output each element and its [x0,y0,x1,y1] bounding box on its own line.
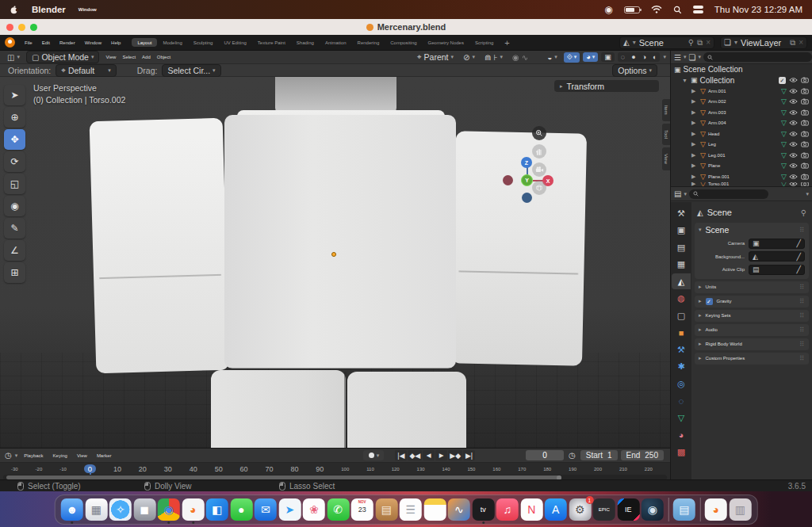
properties-tab[interactable]: ■ [672,325,691,341]
property-value-field[interactable]: ▣ ╱ [749,239,805,249]
properties-editor-icon[interactable]: ▤ [674,189,681,198]
tool-button[interactable]: ◱ [4,174,25,194]
properties-tab[interactable]: ▦ [672,257,691,273]
collapsed-panel[interactable]: ▸ ✓ Keying Sets ⠿ [695,310,809,322]
contacts[interactable]: ▤ [375,498,397,521]
options-dropdown[interactable]: Options▾ [612,64,657,77]
camera-view-icon[interactable] [532,162,546,177]
workspace-tab[interactable]: Scripting [469,38,499,47]
disclosure-icon[interactable]: ▶ [691,109,698,116]
scene-selector[interactable]: ◭▾ Scene ⚲ ⧉ × [619,36,714,49]
character-left-leg[interactable] [211,370,346,448]
workspace-tab[interactable]: Modeling [157,38,187,47]
steam[interactable]: ◉ [642,498,664,521]
disclosure-icon[interactable]: ▶ [691,152,698,158]
properties-tab[interactable]: ◭ [672,273,691,289]
tool-button[interactable]: ✥ [4,129,25,150]
visibility-dropdown[interactable]: ◒▾ [544,53,561,62]
outliner-row-scene-collection[interactable]: ▣ Scene Collection [671,64,812,75]
properties-tab[interactable]: ◕ [672,427,691,443]
workspace-tab[interactable]: Shading [291,38,320,47]
disclosure-icon[interactable]: ▶ [691,162,698,169]
calendar[interactable]: NOV 23 [351,498,373,521]
current-frame-field[interactable]: 0 [526,450,564,460]
battery-icon[interactable] [624,6,640,13]
maps[interactable]: ➤ [278,498,301,521]
hide-eye-icon[interactable] [789,141,798,147]
tool-button[interactable]: ⊞ [4,262,25,283]
outliner-display-mode-icon[interactable]: ☰ [674,53,681,62]
hide-eye-icon[interactable] [789,174,798,180]
camera-visibility-icon[interactable] [801,141,809,147]
playback-button[interactable]: ▶◆ [448,450,462,460]
menubar-clock[interactable]: Thu Nov 23 12:29 AM [714,5,802,14]
workspace-tab[interactable]: Sculpting [188,38,219,47]
new-scene-icon[interactable]: ⧉ [697,38,703,48]
gizmo-y-axis[interactable]: Y [521,174,533,186]
screen-record-icon[interactable]: ◉ [604,4,612,15]
wifi-icon[interactable] [651,6,662,13]
blender[interactable]: ◕ [182,498,204,521]
outliner-object-row[interactable]: ▶ ▽ Arm.003 ▽ [671,107,812,118]
timeline-menu[interactable]: Keying [50,453,71,458]
sidebar-tab[interactable]: Item [662,99,670,121]
outliner-row-collection[interactable]: ▼ ▣ Collection ✓ [671,75,812,86]
drag-handle-icon[interactable]: ⠿ [799,355,805,362]
3d-viewport[interactable]: User Perspective (0) Collection | Torso.… [0,77,670,448]
disclosure-icon[interactable]: ▶ [691,182,698,186]
outliner-object-row[interactable]: ▶ ▽ Plane ▽ [671,161,812,172]
topbar-menu[interactable]: Render [55,40,80,45]
topbar-menu[interactable]: Window [80,40,106,45]
workspace-tab[interactable]: Layout [132,38,157,47]
eyedropper-icon[interactable]: ╱ [797,253,801,261]
eyedropper-icon[interactable]: ╱ [797,239,801,247]
trash[interactable]: ▥ [729,498,751,521]
camera-visibility-icon[interactable] [801,182,809,186]
dock-separator[interactable] [699,498,700,521]
apple-menu[interactable] [10,5,19,15]
outliner-object-row[interactable]: ▶ ▽ Arm.002 ▽ [671,97,812,108]
properties-search[interactable] [689,189,768,199]
shading-mode-button[interactable]: ◑ [639,52,649,62]
hide-eye-icon[interactable] [789,162,798,169]
shading-mode-button[interactable]: ◐ [649,52,660,62]
properties-tab[interactable]: ◎ [672,376,691,391]
drag-handle-icon[interactable]: ⠿ [799,327,805,334]
gizmo-toggle[interactable]: ⟐▾ [564,52,580,63]
camera-visibility-icon[interactable] [801,152,809,158]
hide-eye-icon[interactable] [789,182,798,186]
collapsed-panel[interactable]: ▸ ✓ Custom Properties ⠿ [695,353,809,365]
finder[interactable]: ☻ [61,498,83,521]
playback-button[interactable]: |◀ [395,450,407,460]
collapsed-panel[interactable]: ▸ ✓ Audio ⠿ [695,324,809,336]
properties-tab[interactable]: ▤ [672,239,691,255]
character-left-arm[interactable] [90,118,230,374]
launchpad[interactable]: ▦ [85,498,107,521]
shading-dropdown-icon[interactable]: ▾ [663,54,666,60]
camera-visibility-icon[interactable] [801,162,809,169]
camera-visibility-icon[interactable] [801,88,809,94]
drag-handle-icon[interactable]: ⠿ [799,341,805,348]
properties-tab[interactable]: ◌ [672,393,691,409]
properties-search-input[interactable] [701,190,764,198]
hide-eye-icon[interactable] [789,120,798,126]
camera-visibility-icon[interactable] [801,131,809,137]
eyedropper-icon[interactable]: ╱ [797,265,801,273]
properties-tab[interactable]: ▣ [672,223,691,239]
epic-games[interactable]: EPIC [593,498,615,521]
tool-button[interactable]: ➤ [4,85,25,105]
drag-handle-icon[interactable]: ⠿ [799,227,805,234]
disclosure-icon[interactable]: ▶ [691,98,698,105]
auto-keying-button[interactable]: ▾ [363,450,384,460]
frame-start-field[interactable]: Start1 [580,450,618,460]
chrome[interactable]: ◉ [158,498,180,521]
photos[interactable]: ❀ [303,498,325,521]
properties-tab[interactable]: ▽ [672,410,691,426]
disclosure-icon[interactable]: ▶ [691,88,698,94]
notes[interactable] [423,498,446,521]
tool-button[interactable]: ∠ [4,240,25,261]
minimize-window-button[interactable] [18,24,25,31]
dock-separator[interactable] [668,498,668,521]
sidebar-tab[interactable]: Tool [662,124,670,145]
viewport-menu[interactable]: Select [119,55,139,59]
